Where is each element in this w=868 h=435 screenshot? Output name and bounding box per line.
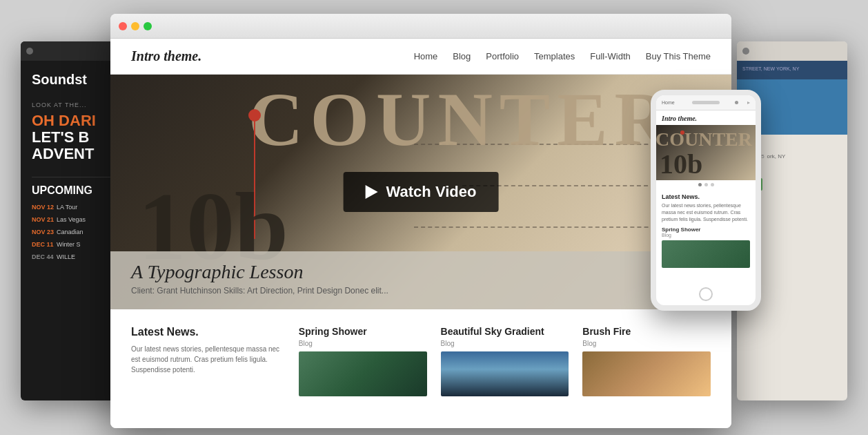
blog-tag-1: Blog	[299, 340, 427, 347]
minimize-dot[interactable]	[131, 22, 139, 30]
blog-col-2: Beautiful Sky Gradient Blog	[441, 326, 569, 412]
watch-video-label: Watch Video	[386, 183, 477, 201]
slide-caption: A Typographic Lesson Client: Grant Hutch…	[110, 251, 731, 309]
news-text: Our latest news stories, pellentesque ma…	[131, 344, 285, 375]
blog-title-3: Brush Fire	[582, 326, 711, 337]
news-title: Latest News.	[131, 326, 285, 338]
news-column: Latest News. Our latest news stories, pe…	[131, 326, 285, 412]
bottom-content: Latest News. Our latest news stories, pe…	[110, 309, 731, 428]
phone-home-button[interactable]	[699, 287, 713, 301]
nav-logo[interactable]: Intro theme.	[131, 48, 414, 64]
blog-title-2: Beautiful Sky Gradient	[441, 326, 569, 337]
phone-news-item: Spring Shower	[662, 226, 750, 233]
phone-counter-num: 10b	[660, 148, 702, 180]
phone-dot-1[interactable]	[698, 183, 702, 186]
blog-thumb-1	[299, 351, 427, 396]
win-dot-right	[742, 48, 749, 55]
maximize-dot[interactable]	[144, 22, 152, 30]
nav-templates[interactable]: Templates	[534, 51, 575, 61]
phone-dot-3[interactable]	[711, 183, 714, 186]
blog-tag-2: Blog	[441, 340, 569, 347]
phone-news-text: Our latest news stories, pellentesque ma…	[662, 202, 750, 222]
phone-mockup: Home ▸ Intro theme. COUNTER 10b Latest N…	[651, 90, 761, 311]
phone-speaker	[692, 101, 720, 104]
close-dot[interactable]	[119, 22, 127, 30]
blog-col-3: Brush Fire Blog	[582, 326, 711, 412]
phone-slide-dots	[656, 180, 756, 189]
nav-buy[interactable]: Buy This Theme	[646, 51, 711, 61]
phone-news: Latest News. Our latest news stories, pe…	[656, 189, 756, 272]
counter-word: COUNTER	[248, 81, 676, 157]
nav-fullwidth[interactable]: Full-Width	[590, 51, 631, 61]
nav-home[interactable]: Home	[414, 51, 438, 61]
dashed-line-3	[414, 226, 676, 228]
phone-dot-red	[680, 130, 684, 135]
blog-col-1: Spring Shower Blog	[299, 326, 427, 412]
phone-nav-text: Home	[662, 100, 675, 105]
scene: Soundst Look at the... OH DARI LET'S B A…	[0, 0, 868, 435]
phone-camera	[735, 101, 738, 104]
nav-links: Home Blog Portfolio Templates Full-Width…	[414, 51, 711, 61]
nav-blog[interactable]: Blog	[453, 51, 471, 61]
main-nav: Intro theme. Home Blog Portfolio Templat…	[110, 39, 731, 75]
phone-logo: Intro theme.	[656, 110, 756, 125]
hero-slider: COUNTER 10b Watch Video A Typographic Le…	[110, 75, 731, 309]
slide-title: A Typographic Lesson	[131, 261, 711, 283]
blog-tag-3: Blog	[582, 340, 711, 347]
blog-thumb-3	[582, 351, 711, 396]
blog-title-1: Spring Shower	[299, 326, 427, 337]
phone-img-thumb	[662, 240, 750, 268]
nav-portfolio[interactable]: Portfolio	[486, 51, 519, 61]
slide-subtitle: Client: Grant Hutchinson Skills: Art Dir…	[131, 286, 711, 296]
win-dot-left	[26, 48, 33, 55]
blog-thumb-2	[441, 351, 569, 396]
watch-video-button[interactable]: Watch Video	[344, 172, 499, 212]
main-window: Intro theme. Home Blog Portfolio Templat…	[110, 14, 731, 428]
phone-news-title: Latest News.	[662, 193, 750, 200]
play-icon	[366, 185, 378, 199]
phone-dot-2[interactable]	[704, 183, 708, 186]
right-street: STREET, NEW YORK, NY	[742, 66, 842, 71]
phone-hero: COUNTER 10b	[656, 125, 756, 180]
phone-news-item-tag: Blog	[662, 233, 750, 238]
phone-screen: Home ▸ Intro theme. COUNTER 10b Latest N…	[656, 95, 756, 305]
title-bar	[110, 14, 731, 39]
